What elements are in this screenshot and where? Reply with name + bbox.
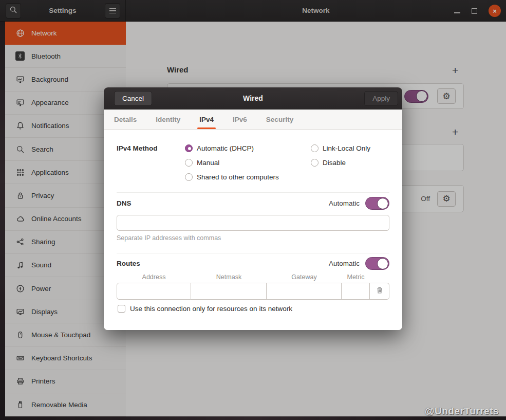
route-address-input[interactable]: [117, 283, 191, 300]
route-metric-input[interactable]: [342, 283, 370, 300]
route-column-header: Gateway: [267, 273, 342, 281]
dialog-body: IPv4 Method Automatic (DHCP)ManualShared…: [104, 130, 402, 330]
dns-input[interactable]: [117, 215, 389, 231]
radio-option-automatic-dhcp-[interactable]: Automatic (DHCP): [185, 141, 279, 155]
restrict-connection-label: Use this connection only for resources o…: [130, 305, 292, 313]
dialog-titlebar: Cancel Wired Apply: [104, 87, 402, 109]
radio-selected-icon[interactable]: [185, 144, 193, 152]
routes-label: Routes: [117, 260, 140, 267]
radio-option-shared-to-other-computers[interactable]: Shared to other computers: [185, 170, 279, 184]
radio-option-label: Manual: [197, 159, 219, 167]
route-column-header: Address: [117, 273, 191, 281]
routes-automatic-label: Automatic: [329, 260, 360, 267]
routes-automatic-toggle[interactable]: [365, 257, 389, 270]
routes-column-headers: AddressNetmaskGatewayMetric: [117, 273, 370, 281]
wired-dialog: Cancel Wired Apply DetailsIdentityIPv4IP…: [104, 87, 402, 330]
route-column-header: Netmask: [191, 273, 267, 281]
dns-label: DNS: [117, 199, 132, 207]
radio-option-disable[interactable]: Disable: [311, 155, 370, 170]
dns-automatic-label: Automatic: [329, 199, 360, 207]
radio-option-manual[interactable]: Manual: [185, 155, 279, 170]
cancel-button[interactable]: Cancel: [114, 91, 152, 106]
radio-icon[interactable]: [185, 159, 193, 167]
radio-icon[interactable]: [185, 173, 193, 181]
radio-option-label: Automatic (DHCP): [197, 144, 254, 152]
screen: Settings Network × NetworkBluetoothBackg…: [0, 0, 506, 420]
routes-input-row: [117, 283, 389, 300]
separator: [117, 192, 389, 193]
trash-icon: [376, 286, 383, 296]
radio-option-label: Shared to other computers: [197, 173, 279, 181]
radio-option-link-local-only[interactable]: Link-Local Only: [311, 141, 370, 155]
route-column-header: Metric: [342, 273, 370, 281]
restrict-connection-checkbox-row[interactable]: Use this connection only for resources o…: [118, 305, 292, 313]
tab-details[interactable]: Details: [114, 109, 137, 129]
watermark: @UnderTurrets: [425, 406, 499, 417]
tab-identity[interactable]: Identity: [156, 109, 180, 129]
toggle-knob: [377, 198, 388, 209]
separator: [117, 253, 389, 253]
radio-icon[interactable]: [311, 159, 318, 167]
desktop-edge-bottom: [0, 416, 506, 420]
apply-button[interactable]: Apply: [364, 91, 398, 106]
route-netmask-input[interactable]: [191, 283, 267, 300]
tab-ipv4[interactable]: IPv4: [199, 109, 214, 129]
ipv4-method-options-col2: Link-Local OnlyDisable: [311, 141, 370, 170]
dialog-tabs: DetailsIdentityIPv4IPv6Security: [104, 109, 402, 130]
radio-option-label: Link-Local Only: [323, 144, 370, 152]
radio-option-label: Disable: [323, 159, 346, 167]
tab-ipv6[interactable]: IPv6: [233, 109, 247, 129]
ipv4-method-label: IPv4 Method: [117, 144, 158, 152]
route-gateway-input[interactable]: [267, 283, 342, 300]
toggle-knob: [377, 258, 388, 269]
tab-security[interactable]: Security: [266, 109, 293, 129]
ipv4-method-options-col1: Automatic (DHCP)ManualShared to other co…: [185, 141, 279, 184]
dns-automatic-toggle[interactable]: [365, 197, 389, 210]
restrict-connection-checkbox[interactable]: [118, 305, 125, 313]
dialog-title: Wired: [243, 94, 263, 102]
radio-icon[interactable]: [311, 144, 318, 152]
dns-helper-text: Separate IP addresses with commas: [117, 234, 221, 242]
delete-route-button[interactable]: [370, 283, 389, 300]
